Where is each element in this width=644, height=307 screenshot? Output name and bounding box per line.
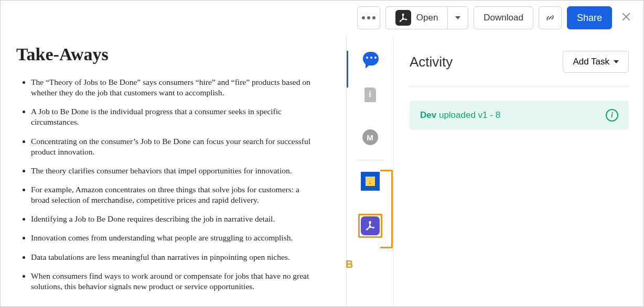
rail-tab-avatar[interactable]: M [347,129,393,160]
open-label: Open [416,13,438,23]
open-dropdown-button[interactable] [447,6,468,29]
chevron-down-icon [455,16,460,19]
bullet-item: When consumers find ways to work around … [31,271,314,292]
rail-tab-info[interactable] [347,87,393,129]
bullet-item: Identifying a Job to Be Done requires de… [31,214,314,224]
rail-divider [356,160,384,160]
chat-icon [363,52,379,65]
bullet-item: Data tabulations are less meaningful tha… [31,252,314,262]
download-button[interactable]: Download [474,6,533,29]
avatar-icon: M [362,129,378,145]
meatballs-icon [362,16,375,19]
event-action: uploaded v1 - 8 [439,110,500,120]
copy-link-button[interactable] [539,6,562,29]
info-icon[interactable]: i [606,109,618,122]
event-user: Dev [420,110,436,120]
bullet-item: Concentrating on the consumer’s Job to B… [31,136,314,157]
bullet-item: A Job to Be Done is the individual progr… [31,106,314,127]
rail-tab-activity[interactable] [347,51,393,87]
divider [410,86,629,87]
document-info-icon [364,87,376,102]
bullet-list: The “Theory of Jobs to Be Done” says con… [16,77,330,292]
bullet-item: The theory clarifies consumer behaviors … [31,166,314,176]
activity-event[interactable]: Dev uploaded v1 - 8 i [410,101,629,130]
open-button[interactable]: Open [385,6,448,29]
close-button[interactable] [617,10,635,26]
activity-title: Activity [410,54,453,70]
bullet-item: The “Theory of Jobs to Be Done” says con… [31,77,314,98]
app-download-icon: ↓ [361,172,380,191]
add-task-button[interactable]: Add Task [563,51,629,73]
toolbar: Open Download Share [1,1,644,35]
close-icon [620,11,632,23]
annotation-bracket [380,170,393,248]
link-icon [544,12,556,24]
document-title: Take-Aways [16,45,330,64]
annotation-label-b: B [346,258,353,270]
document-preview: Take-Aways The “Theory of Jobs to Be Don… [1,35,347,307]
chevron-down-icon [614,60,619,63]
bullet-item: For example, Amazon concentrates on thre… [31,184,314,205]
adobe-acrobat-app-icon [361,216,380,235]
side-rail: M ↓ A B [347,35,394,307]
adobe-acrobat-icon [395,10,411,26]
bullet-item: Innovation comes from understanding what… [31,233,314,243]
activity-panel: Activity Add Task Dev uploaded v1 - 8 i [394,35,644,307]
more-actions-button[interactable] [357,6,380,29]
share-button[interactable]: Share [567,6,612,29]
